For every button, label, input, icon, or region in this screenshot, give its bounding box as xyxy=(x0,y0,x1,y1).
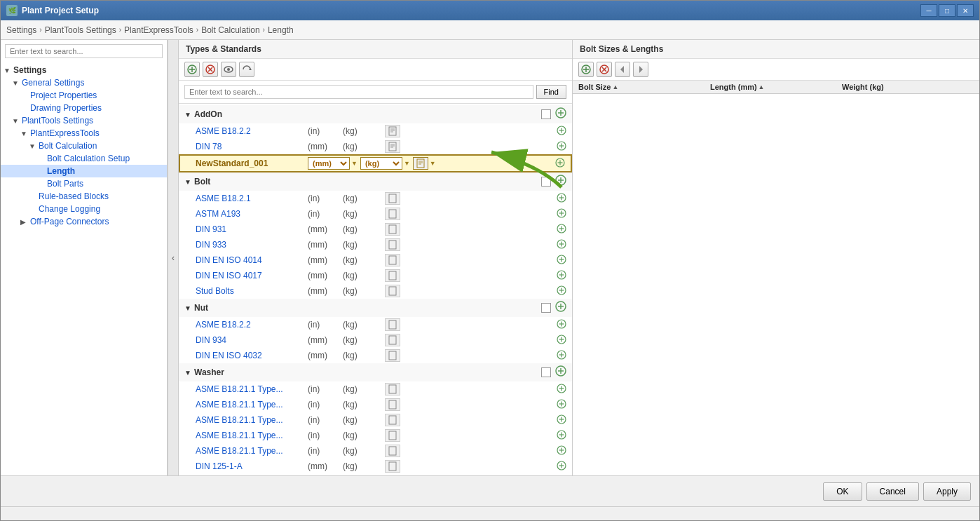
list-item[interactable]: DIN EN ISO 4014(mm)(kg) xyxy=(179,252,572,268)
maximize-button[interactable]: □ xyxy=(939,4,955,17)
list-item[interactable]: DIN 933(mm)(kg) xyxy=(179,237,572,252)
std-add-icon[interactable] xyxy=(557,224,566,236)
list-item[interactable]: DIN 125-1-A(mm)(kg) xyxy=(179,459,572,474)
std-add-icon[interactable] xyxy=(557,141,566,153)
std-file-icon[interactable] xyxy=(385,383,400,395)
std-file-icon[interactable] xyxy=(385,238,400,251)
std-add-icon[interactable] xyxy=(557,445,566,457)
nut-plus-icon[interactable] xyxy=(555,301,566,315)
sidebar-item-change-logging[interactable]: Change Logging xyxy=(1,203,167,215)
std-file-icon[interactable] xyxy=(385,125,400,137)
minimize-button[interactable]: ─ xyxy=(920,4,937,17)
cancel-button[interactable]: Cancel xyxy=(866,482,919,501)
std-file-icon[interactable] xyxy=(385,460,400,473)
find-button[interactable]: Find xyxy=(536,85,566,99)
sidebar-item-bolt-parts[interactable]: Bolt Parts xyxy=(1,177,167,190)
addon-plus-icon[interactable] xyxy=(555,107,566,121)
std-add-icon[interactable] xyxy=(557,126,566,137)
sidebar-search-input[interactable] xyxy=(5,44,163,58)
category-nut[interactable]: ▼ Nut xyxy=(179,299,572,317)
col-header-bolt-size[interactable]: Bolt Size ▲ xyxy=(578,83,710,91)
sidebar-item-bolt-calc-setup[interactable]: Bolt Calculation Setup xyxy=(1,152,167,165)
forward-button[interactable] xyxy=(633,62,648,77)
list-item[interactable]: DIN 125-1-B(mm)(kg) xyxy=(179,474,572,475)
refresh-type-button[interactable] xyxy=(239,62,254,77)
unit-select[interactable]: (mm)(in) xyxy=(308,157,350,170)
std-file-icon[interactable] xyxy=(385,398,400,411)
list-item[interactable]: DIN 931(mm)(kg) xyxy=(179,222,572,237)
list-item[interactable]: DIN 934(mm)(kg) xyxy=(179,332,572,348)
breadcrumb-item-2[interactable]: PlantExpressTools xyxy=(124,25,193,35)
std-add-icon[interactable] xyxy=(557,193,566,205)
close-button[interactable]: ✕ xyxy=(957,4,974,17)
list-item[interactable]: ASME B18.21.1 Type...(in)(kg) xyxy=(179,428,572,443)
std-file-icon[interactable] xyxy=(385,223,400,236)
apply-button[interactable]: Apply xyxy=(923,482,971,501)
std-add-icon[interactable] xyxy=(557,255,566,266)
sidebar-item-project-properties[interactable]: Project Properties xyxy=(1,89,167,102)
sidebar-item-general-settings[interactable]: ▼ General Settings xyxy=(1,76,167,89)
sidebar-item-settings[interactable]: ▼ Settings xyxy=(1,64,167,76)
sidebar-item-offpage[interactable]: ▶ Off-Page Connectors xyxy=(1,215,167,228)
col-header-length[interactable]: Length (mm) ▲ xyxy=(710,83,842,91)
bolt-plus-icon[interactable] xyxy=(555,175,566,189)
add-type-button[interactable] xyxy=(184,62,200,77)
list-item[interactable]: DIN EN ISO 4017(mm)(kg) xyxy=(179,268,572,283)
std-add-icon[interactable] xyxy=(557,270,566,282)
types-search-input[interactable] xyxy=(184,85,533,99)
category-washer[interactable]: ▼ Washer xyxy=(179,363,572,381)
list-item[interactable]: ASME B18.2.2 (in) (kg) xyxy=(179,123,572,139)
list-item[interactable]: DIN EN ISO 4032(mm)(kg) xyxy=(179,348,572,363)
std-file-icon[interactable] xyxy=(385,269,400,282)
std-add-icon[interactable] xyxy=(557,239,566,251)
std-file-icon[interactable] xyxy=(385,334,400,346)
remove-type-button[interactable] xyxy=(203,62,218,77)
sidebar-collapse-button[interactable]: ‹ xyxy=(168,40,179,475)
std-file-icon[interactable] xyxy=(385,140,400,153)
std-file-icon-new[interactable] xyxy=(413,157,428,170)
std-add-icon[interactable] xyxy=(557,334,566,346)
std-file-icon[interactable] xyxy=(385,318,400,331)
list-item[interactable]: ASME B18.21.1 Type...(in)(kg) xyxy=(179,412,572,428)
std-add-icon[interactable] xyxy=(557,319,566,331)
list-item[interactable]: ASME B18.21.1 Type...(in)(kg) xyxy=(179,381,572,397)
view-type-button[interactable] xyxy=(221,62,236,77)
std-add-icon[interactable] xyxy=(557,461,566,473)
std-add-icon[interactable] xyxy=(557,414,566,426)
list-item-new-standard[interactable]: NewStandard_001 (mm)(in) ▼ (kg) ▼ ▼ xyxy=(179,154,572,172)
remove-bolt-size-button[interactable] xyxy=(597,62,612,77)
std-file-icon[interactable] xyxy=(385,254,400,266)
sidebar-item-plantexpress[interactable]: ▼ PlantExpressTools xyxy=(1,127,167,140)
list-item[interactable]: ASTM A193(in)(kg) xyxy=(179,206,572,222)
list-item[interactable]: ASME B18.21.1 Type...(in)(kg) xyxy=(179,397,572,412)
list-item[interactable]: ASME B18.2.2(in)(kg) xyxy=(179,317,572,332)
list-item[interactable]: Stud Bolts(mm)(kg) xyxy=(179,283,572,299)
breadcrumb-item-4[interactable]: Length xyxy=(268,25,294,35)
std-file-icon[interactable] xyxy=(385,429,400,442)
std-file-icon[interactable] xyxy=(385,414,400,426)
list-item[interactable]: DIN 78 (mm) (kg) xyxy=(179,139,572,154)
sidebar-item-drawing-properties[interactable]: Drawing Properties xyxy=(1,102,167,114)
sidebar-item-rule-blocks[interactable]: Rule-based Blocks xyxy=(1,190,167,203)
category-bolt[interactable]: ▼ Bolt xyxy=(179,172,572,191)
breadcrumb-item-1[interactable]: PlantTools Settings xyxy=(45,25,116,35)
std-add-icon[interactable] xyxy=(557,384,566,395)
category-addon[interactable]: ▼ AddOn xyxy=(179,105,572,123)
std-file-icon[interactable] xyxy=(385,285,400,297)
std-add-icon-new[interactable] xyxy=(555,158,565,170)
std-add-icon[interactable] xyxy=(557,350,566,362)
back-button[interactable] xyxy=(615,62,630,77)
std-add-icon[interactable] xyxy=(557,430,566,442)
breadcrumb-item-0[interactable]: Settings xyxy=(6,25,36,35)
list-item[interactable]: ASME B18.2.1(in)(kg) xyxy=(179,191,572,206)
sidebar-item-length[interactable]: Length xyxy=(1,165,167,177)
breadcrumb-item-3[interactable]: Bolt Calculation xyxy=(201,25,259,35)
std-file-icon[interactable] xyxy=(385,445,400,457)
std-add-icon[interactable] xyxy=(557,208,566,220)
std-file-icon[interactable] xyxy=(385,208,400,220)
sidebar-item-planttools[interactable]: ▼ PlantTools Settings xyxy=(1,114,167,127)
std-add-icon[interactable] xyxy=(557,285,566,297)
sidebar-item-bolt-calc[interactable]: ▼ Bolt Calculation xyxy=(1,140,167,152)
add-bolt-size-button[interactable] xyxy=(578,62,594,77)
std-file-icon[interactable] xyxy=(385,192,400,205)
